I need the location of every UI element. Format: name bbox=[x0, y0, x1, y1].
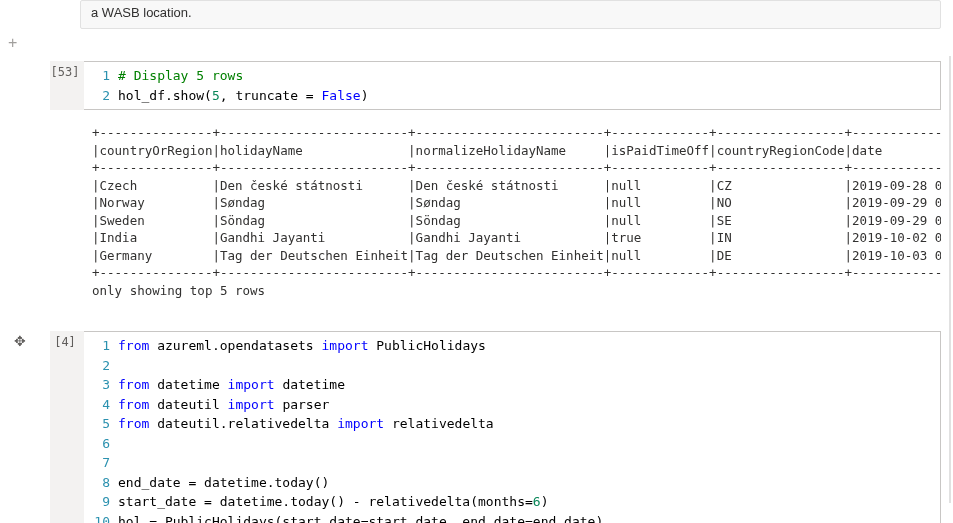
line-number: 1 bbox=[84, 336, 110, 356]
scrollbar-track[interactable] bbox=[949, 56, 951, 503]
code-editor[interactable]: 12 # Display 5 rowshol_df.show(5, trunca… bbox=[84, 62, 940, 109]
line-number: 3 bbox=[84, 375, 110, 395]
code-line[interactable]: hol_df.show(5, truncate = False) bbox=[118, 86, 940, 106]
cell-body[interactable]: 1234567891011 from azureml.opendatasets … bbox=[84, 331, 941, 523]
code-line[interactable] bbox=[118, 453, 940, 473]
code-lines[interactable]: from azureml.opendatasets import PublicH… bbox=[118, 336, 940, 523]
exec-count: [53] bbox=[50, 61, 84, 110]
cell-53[interactable]: [53] 12 # Display 5 rowshol_df.show(5, t… bbox=[30, 61, 941, 110]
line-number: 1 bbox=[84, 66, 110, 86]
line-number: 2 bbox=[84, 86, 110, 106]
exec-count-label: [4] bbox=[54, 335, 76, 349]
code-line[interactable]: from dateutil.relativedelta import relat… bbox=[118, 414, 940, 434]
line-number: 4 bbox=[84, 395, 110, 415]
notebook-container: a WASB location. + [53] 12 # Display 5 r… bbox=[0, 0, 953, 523]
line-number: 5 bbox=[84, 414, 110, 434]
info-note-text: a WASB location. bbox=[91, 5, 192, 20]
cell-4[interactable]: ✥ [4] 1234567891011 from azureml.opendat… bbox=[30, 331, 941, 523]
line-number: 2 bbox=[84, 356, 110, 376]
code-line[interactable]: start_date = datetime.today() - relative… bbox=[118, 492, 940, 512]
code-editor[interactable]: 1234567891011 from azureml.opendatasets … bbox=[84, 332, 940, 523]
line-number: 9 bbox=[84, 492, 110, 512]
code-line[interactable]: from azureml.opendatasets import PublicH… bbox=[118, 336, 940, 356]
code-line[interactable] bbox=[118, 434, 940, 454]
exec-count-label: [53] bbox=[51, 65, 80, 79]
code-lines[interactable]: # Display 5 rowshol_df.show(5, truncate … bbox=[118, 66, 940, 105]
exec-count: [4] bbox=[50, 331, 84, 523]
code-line[interactable]: end_date = datetime.today() bbox=[118, 473, 940, 493]
line-number: 10 bbox=[84, 512, 110, 524]
line-number: 7 bbox=[84, 453, 110, 473]
move-icon[interactable]: ✥ bbox=[12, 333, 28, 349]
add-cell-region-1[interactable]: + bbox=[30, 35, 941, 55]
code-line[interactable]: from dateutil import parser bbox=[118, 395, 940, 415]
line-gutter: 12 bbox=[84, 66, 118, 105]
code-line[interactable]: # Display 5 rows bbox=[118, 66, 940, 86]
cell-53-output: +---------------+-----------------------… bbox=[84, 118, 941, 305]
line-number: 6 bbox=[84, 434, 110, 454]
plus-icon[interactable]: + bbox=[8, 35, 17, 51]
code-line[interactable]: hol = PublicHolidays(start_date=start_da… bbox=[118, 512, 940, 524]
line-gutter: 1234567891011 bbox=[84, 336, 118, 523]
info-note: a WASB location. bbox=[80, 0, 941, 29]
cell-body[interactable]: 12 # Display 5 rowshol_df.show(5, trunca… bbox=[84, 61, 941, 110]
code-line[interactable]: from datetime import datetime bbox=[118, 375, 940, 395]
line-number: 8 bbox=[84, 473, 110, 493]
code-line[interactable] bbox=[118, 356, 940, 376]
